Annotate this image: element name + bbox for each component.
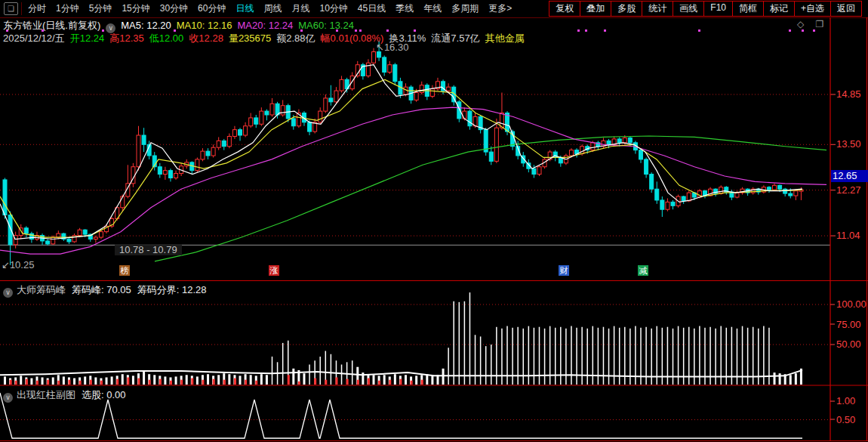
toolbar-button-统计[interactable]: 统计 xyxy=(642,1,673,17)
menu-item-45日线[interactable]: 45日线 xyxy=(358,2,386,15)
trading-terminal-window: ❏ 分时1分钟5分钟15分钟30分钟60分钟日线周线月线10分钟45日线季线年线… xyxy=(0,0,868,442)
panel2-collapse-icon[interactable]: ∨ xyxy=(3,288,13,298)
event-marker-涨[interactable]: 涨 xyxy=(269,265,279,276)
toolbar-button-标记[interactable]: 标记 xyxy=(763,1,795,17)
toolbar-buttons: 复权叠加多股统计画线F10简框标记+自选返回 xyxy=(549,1,862,17)
toolbar-button-返回[interactable]: 返回 xyxy=(830,1,862,17)
top-menu-bar: ❏ 分时1分钟5分钟15分钟30分钟60分钟日线周线月线10分钟45日线季线年线… xyxy=(0,0,868,17)
panel2-axis-label: 75.00 xyxy=(836,319,861,330)
toolbar-button-F10[interactable]: F10 xyxy=(703,1,733,17)
quote-field: 量235675 xyxy=(229,32,271,44)
price-axis-label: 12.27 xyxy=(836,184,861,196)
event-marker-财[interactable]: 财 xyxy=(559,265,569,276)
menu-item-年线[interactable]: 年线 xyxy=(423,2,442,15)
quote-row: 2025/12/12/五开12.24高12.35低12.00收12.28量235… xyxy=(3,32,530,45)
panel2-header: ∨大师筹码峰筹码峰: 70.05筹码分界: 12.28 xyxy=(3,283,207,298)
panel3-header: ∨出现红柱副图选股: 0.00 xyxy=(3,388,126,403)
menu-item-30分钟[interactable]: 30分钟 xyxy=(160,2,188,15)
panel2-value2: 筹码分界: 12.28 xyxy=(137,284,207,295)
toolbar-button-叠加[interactable]: 叠加 xyxy=(580,1,611,17)
stock-title: 东方锆业(日线.前复权) xyxy=(3,20,100,31)
toolbar-button-多股[interactable]: 多股 xyxy=(611,1,642,17)
toolbar-button-简框[interactable]: 简框 xyxy=(732,1,764,17)
chart-canvas[interactable] xyxy=(0,0,868,442)
menu-item-分时[interactable]: 分时 xyxy=(28,2,46,15)
price-badge: 12.65 xyxy=(831,170,868,182)
panel2-value1: 筹码峰: 70.05 xyxy=(72,284,131,295)
panel2-title[interactable]: 大师筹码峰 xyxy=(17,284,66,295)
price-axis-label: 11.04 xyxy=(836,230,860,241)
menu-item-月线[interactable]: 月线 xyxy=(291,2,309,15)
menu-item-5分钟[interactable]: 5分钟 xyxy=(89,2,112,15)
menu-item-1分钟[interactable]: 1分钟 xyxy=(56,2,79,15)
support-range-label: 10.78 - 10.79 xyxy=(115,244,182,255)
quote-field: 幅0.01(0.08%) xyxy=(321,32,384,44)
panel2-axis-label: 100.00 xyxy=(836,298,866,310)
ma-value: MA20: 12.24 xyxy=(238,20,294,31)
app-window-icon[interactable]: ❏ xyxy=(4,2,18,15)
menu-item-季线[interactable]: 季线 xyxy=(396,2,414,15)
ma-values: MA5: 12.20MA10: 12.16MA20: 12.24MA60: 13… xyxy=(121,20,359,31)
event-marker-减[interactable]: 减 xyxy=(638,265,648,276)
toolbar-button-画线[interactable]: 画线 xyxy=(673,1,704,17)
panel3-axis-label: 1.00 xyxy=(836,395,855,406)
price-axis-label: 14.85 xyxy=(836,88,861,100)
panel2-axis-label: 50.00 xyxy=(836,338,861,350)
quote-field: 高12.35 xyxy=(109,32,144,44)
ma-value: MA10: 12.16 xyxy=(177,20,232,31)
menu-item-日线[interactable]: 日线 xyxy=(235,2,254,15)
quote-field: 2025/12/12/五 xyxy=(3,32,65,44)
period-menu: 分时1分钟5分钟15分钟30分钟60分钟日线周线月线10分钟45日线季线年线多周… xyxy=(21,2,522,15)
price-axis-label: 13.50 xyxy=(836,138,861,150)
menu-item-多周期[interactable]: 多周期 xyxy=(451,2,479,15)
ma-value: MA60: 13.24 xyxy=(298,20,354,31)
menu-item-60分钟[interactable]: 60分钟 xyxy=(198,2,226,15)
quote-field: 其他金属 xyxy=(485,32,525,44)
quote-field: 收12.28 xyxy=(189,32,223,44)
quote-field: 开12.24 xyxy=(70,32,105,44)
quote-field: 流通7.57亿 xyxy=(431,32,479,44)
quote-field: 低12.00 xyxy=(149,32,184,44)
chart-corner-icons[interactable]: ◇ ❐ xyxy=(797,19,828,29)
low-price-annotation: ↙10.25 xyxy=(2,259,34,270)
quote-field: 换3.11% xyxy=(389,32,426,44)
menu-item-更多>[interactable]: 更多> xyxy=(488,2,512,15)
ma-value: MA5: 12.20 xyxy=(121,20,171,31)
panel3-title[interactable]: 出现红柱副图 xyxy=(17,389,75,400)
menu-item-10分钟[interactable]: 10分钟 xyxy=(319,2,347,15)
panel3-collapse-icon[interactable]: ∨ xyxy=(3,393,13,403)
event-marker-榜[interactable]: 榜 xyxy=(119,265,130,276)
menu-item-15分钟[interactable]: 15分钟 xyxy=(122,2,149,15)
toolbar-button-复权[interactable]: 复权 xyxy=(549,1,580,17)
quote-field: 额2.88亿 xyxy=(276,32,315,44)
panel3-axis-label: 0.50 xyxy=(836,414,855,425)
toolbar-button-+自选[interactable]: +自选 xyxy=(794,1,831,17)
panel3-value1: 选股: 0.00 xyxy=(82,389,126,400)
menu-item-周线[interactable]: 周线 xyxy=(263,2,282,15)
